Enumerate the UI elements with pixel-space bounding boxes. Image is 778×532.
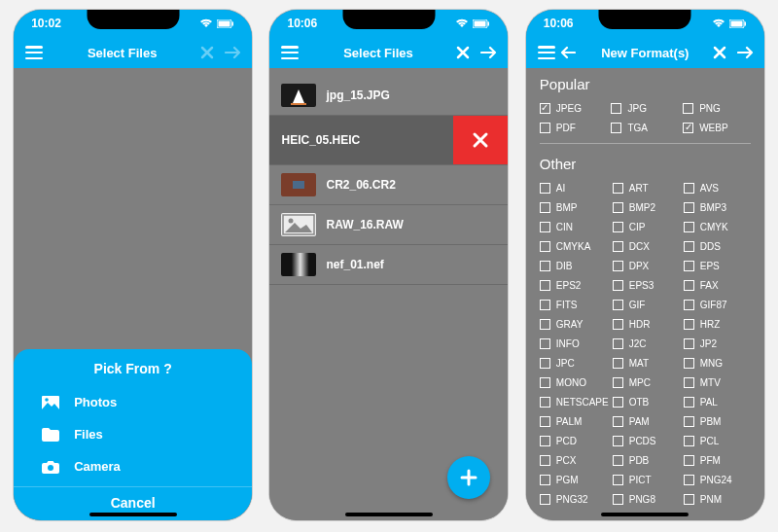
format-option[interactable]: FAX bbox=[684, 275, 751, 295]
clear-button[interactable] bbox=[455, 45, 471, 60]
back-button[interactable] bbox=[557, 46, 579, 59]
format-option[interactable]: MPC bbox=[613, 372, 680, 392]
clear-button[interactable] bbox=[712, 45, 727, 60]
format-option[interactable]: PNG bbox=[683, 98, 751, 118]
file-row[interactable]: CR2_06.CR2 bbox=[269, 165, 508, 205]
format-option[interactable]: PCL bbox=[684, 431, 751, 450]
file-row[interactable]: RAW_16.RAW bbox=[269, 205, 508, 245]
format-option[interactable]: FITS bbox=[540, 295, 609, 314]
delete-button[interactable] bbox=[453, 116, 508, 164]
menu-button[interactable] bbox=[536, 46, 557, 59]
checkbox-icon bbox=[684, 358, 694, 369]
format-option[interactable]: EPS bbox=[684, 256, 751, 275]
checkbox-icon bbox=[611, 123, 621, 133]
format-label: PBM bbox=[700, 416, 722, 427]
sheet-title: Pick From ? bbox=[14, 361, 252, 376]
format-option[interactable]: GIF87 bbox=[684, 295, 751, 314]
add-file-button[interactable] bbox=[447, 456, 490, 499]
page-title: Select Files bbox=[45, 46, 199, 60]
sheet-option-files[interactable]: Files bbox=[14, 418, 252, 450]
next-button bbox=[225, 46, 242, 59]
format-option[interactable]: DCX bbox=[613, 236, 680, 256]
format-option[interactable]: JPEG bbox=[540, 98, 608, 118]
format-option[interactable]: GIF bbox=[613, 295, 680, 314]
format-option[interactable]: NETSCAPE bbox=[540, 392, 609, 411]
format-label: PAM bbox=[629, 416, 650, 427]
format-option[interactable]: PCD bbox=[540, 431, 609, 450]
body-area[interactable]: Popular JPEGJPGPNGPDFTGAWEBP Other AIART… bbox=[526, 68, 764, 520]
format-option[interactable]: PFM bbox=[684, 450, 751, 470]
format-option[interactable]: BMP3 bbox=[684, 197, 751, 217]
format-option[interactable]: CMYK bbox=[684, 217, 751, 236]
format-option[interactable]: PAM bbox=[613, 411, 680, 431]
file-row[interactable]: jpg_15.JPG bbox=[269, 76, 508, 116]
format-option[interactable]: AVS bbox=[684, 178, 751, 197]
sheet-option-photos[interactable]: Photos bbox=[14, 386, 252, 418]
format-option[interactable]: PCDS bbox=[613, 431, 680, 450]
format-option[interactable]: EPS2 bbox=[540, 275, 609, 295]
svg-point-5 bbox=[48, 465, 53, 471]
format-option[interactable]: PDF bbox=[540, 118, 608, 137]
format-option[interactable]: PGM bbox=[540, 470, 609, 489]
section-popular-label: Popular bbox=[526, 68, 764, 96]
format-option[interactable]: GRAY bbox=[540, 314, 609, 334]
file-row[interactable]: HEIC_05.HEIC bbox=[269, 116, 508, 165]
menu-button[interactable] bbox=[23, 46, 45, 59]
format-option[interactable]: J2C bbox=[613, 334, 680, 353]
next-button[interactable] bbox=[737, 46, 755, 59]
checkbox-icon bbox=[613, 183, 623, 194]
checkbox-icon bbox=[540, 436, 550, 446]
home-indicator[interactable] bbox=[601, 513, 689, 516]
format-option[interactable]: DPX bbox=[613, 256, 680, 275]
close-icon bbox=[471, 130, 490, 150]
format-option[interactable]: PNM bbox=[684, 489, 751, 509]
format-option[interactable]: CMYKA bbox=[540, 236, 609, 256]
format-option[interactable]: AI bbox=[540, 178, 609, 197]
format-option[interactable]: PDB bbox=[613, 450, 680, 470]
format-option[interactable]: PALM bbox=[540, 411, 609, 431]
format-option[interactable]: HDR bbox=[613, 314, 680, 334]
format-option[interactable]: MONO bbox=[540, 372, 609, 392]
format-option[interactable]: ART bbox=[613, 178, 680, 197]
format-option[interactable]: OTB bbox=[613, 392, 680, 411]
format-option[interactable]: TGA bbox=[611, 118, 679, 137]
file-thumbnail bbox=[281, 84, 316, 107]
format-option[interactable]: PNG24 bbox=[684, 470, 751, 489]
format-option[interactable]: BMP2 bbox=[613, 197, 680, 217]
format-option[interactable]: BMP bbox=[540, 197, 609, 217]
format-option[interactable]: PBM bbox=[684, 411, 751, 431]
format-label: FITS bbox=[556, 300, 578, 310]
checkbox-icon bbox=[683, 123, 693, 133]
format-option[interactable]: PNG8 bbox=[613, 489, 680, 509]
file-row[interactable]: nef_01.nef bbox=[269, 245, 508, 285]
home-indicator[interactable] bbox=[345, 513, 433, 516]
format-option[interactable]: CIP bbox=[613, 217, 680, 236]
format-label: PCL bbox=[700, 436, 719, 446]
format-option[interactable]: JP2 bbox=[684, 334, 751, 353]
format-option[interactable]: HRZ bbox=[684, 314, 751, 334]
format-option[interactable]: DIB bbox=[540, 256, 609, 275]
sheet-cancel[interactable]: Cancel bbox=[14, 486, 252, 513]
format-option[interactable]: PICT bbox=[613, 470, 680, 489]
format-option[interactable]: DDS bbox=[684, 236, 751, 256]
format-label: HDR bbox=[629, 319, 651, 330]
next-button[interactable] bbox=[480, 46, 498, 59]
battery-icon bbox=[729, 19, 747, 28]
format-option[interactable]: PAL bbox=[684, 392, 751, 411]
format-option[interactable]: PNG32 bbox=[540, 489, 609, 509]
format-option[interactable]: INFO bbox=[540, 334, 609, 353]
format-option[interactable]: MTV bbox=[684, 372, 751, 392]
menu-button[interactable] bbox=[279, 46, 301, 59]
format-option[interactable]: CIN bbox=[540, 217, 609, 236]
format-option[interactable]: JPG bbox=[611, 98, 679, 118]
format-option[interactable]: PCX bbox=[540, 450, 609, 470]
format-option[interactable]: EPS3 bbox=[613, 275, 680, 295]
format-option[interactable]: WEBP bbox=[683, 118, 751, 137]
format-option[interactable]: MNG bbox=[684, 353, 751, 372]
svg-point-4 bbox=[45, 398, 49, 402]
home-indicator[interactable] bbox=[89, 513, 177, 516]
format-label: PAL bbox=[700, 397, 718, 408]
sheet-option-camera[interactable]: Camera bbox=[14, 450, 252, 482]
format-option[interactable]: JPC bbox=[540, 353, 609, 372]
format-option[interactable]: MAT bbox=[613, 353, 680, 372]
